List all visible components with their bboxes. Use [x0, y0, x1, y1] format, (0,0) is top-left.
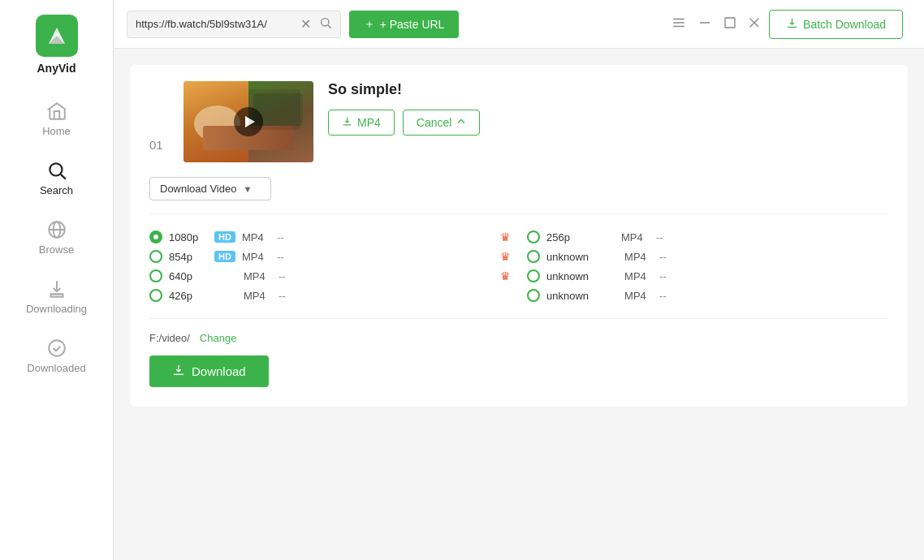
app-logo [36, 15, 78, 57]
menu-icon[interactable] [671, 15, 686, 33]
mp4-button[interactable]: MP4 [328, 110, 395, 136]
format-1080p: MP4 [242, 231, 270, 243]
sidebar-item-search[interactable]: Search [0, 149, 113, 208]
quality-left-col: 1080p HD MP4 -- ♛ 854p HD MP4 -- [149, 227, 511, 305]
crown-icon-1080p: ♛ [500, 230, 511, 243]
quality-label-unknown1: unknown [546, 251, 589, 263]
radio-unknown1[interactable] [527, 250, 540, 263]
quality-row-256p[interactable]: 256p MP4 -- [527, 227, 888, 247]
quality-label-unknown2: unknown [546, 270, 589, 282]
radio-256p[interactable] [527, 230, 540, 243]
format-unknown1: MP4 [624, 251, 653, 263]
logo-area: AnyVid [0, 0, 113, 89]
sidebar-item-search-label: Search [40, 184, 73, 196]
home-icon [46, 101, 67, 122]
url-search-icon [319, 16, 332, 32]
app-name: AnyVid [37, 62, 76, 75]
video-title: So simple! [328, 81, 888, 98]
size-unknown3: -- [659, 290, 676, 302]
video-info: So simple! MP4 Cance [328, 81, 888, 136]
sidebar-item-downloading[interactable]: Downloading [0, 267, 113, 326]
size-unknown1: -- [659, 251, 676, 263]
change-path-link[interactable]: Change [200, 332, 237, 344]
crown-icon-640p: ♛ [500, 269, 511, 282]
hd-badge-854p: HD [214, 251, 235, 262]
svg-point-2 [50, 163, 62, 175]
url-clear-button[interactable]: ✕ [299, 18, 313, 31]
action-buttons: MP4 Cancel [328, 110, 888, 136]
quality-label-854p: 854p [169, 251, 208, 263]
sidebar-item-browse-label: Browse [39, 243, 74, 256]
download-dropdown: Download Video ▼ [149, 177, 888, 200]
radio-unknown2[interactable] [527, 269, 540, 282]
video-card: 01 So simple! [130, 65, 908, 407]
quality-row-unknown3[interactable]: unknown MP4 -- [527, 286, 888, 305]
quality-row-unknown1[interactable]: unknown MP4 -- [527, 247, 888, 266]
crown-icon-854p: ♛ [500, 250, 511, 263]
quality-label-1080p: 1080p [169, 231, 208, 243]
format-426p: MP4 [244, 290, 272, 302]
main-content: ✕ ＋ + Paste URL [114, 0, 924, 560]
batch-download-button[interactable]: Batch Download [769, 10, 903, 39]
quality-right-col: 256p MP4 -- unknown MP4 -- [527, 227, 888, 305]
size-unknown2: -- [659, 270, 676, 282]
svg-rect-15 [725, 18, 735, 28]
radio-640p[interactable] [149, 269, 162, 282]
divider-2 [149, 318, 888, 319]
search-icon [46, 160, 67, 181]
radio-854p[interactable] [149, 250, 162, 263]
radio-1080p[interactable] [149, 230, 162, 243]
quality-label-unknown3: unknown [546, 290, 589, 302]
svg-point-8 [49, 340, 65, 356]
quality-label-426p: 426p [169, 290, 208, 302]
quality-row-1080p[interactable]: 1080p HD MP4 -- ♛ [149, 227, 511, 247]
dropdown-arrow-icon: ▼ [243, 184, 252, 194]
mp4-label: MP4 [357, 116, 381, 129]
minimize-icon[interactable] [697, 15, 712, 33]
batch-download-icon [786, 17, 798, 32]
sidebar-item-home[interactable]: Home [0, 89, 113, 149]
sidebar-item-home-label: Home [42, 125, 71, 137]
download-btn-label: Download [192, 364, 246, 378]
download-small-icon [342, 116, 352, 129]
sidebar-item-downloaded[interactable]: Downloaded [0, 326, 113, 386]
svg-point-9 [321, 18, 328, 25]
sidebar-item-downloading-label: Downloading [26, 303, 87, 315]
paste-url-label: + Paste URL [380, 18, 445, 31]
video-number: 01 [149, 81, 169, 152]
size-256p: -- [656, 231, 672, 243]
cancel-button[interactable]: Cancel [403, 110, 481, 136]
format-256p: MP4 [621, 231, 650, 243]
download-video-select[interactable]: Download Video ▼ [149, 177, 271, 200]
downloaded-icon [46, 338, 67, 359]
download-btn-icon [172, 364, 185, 379]
save-path-text: F:/video/ [149, 332, 190, 344]
radio-426p[interactable] [149, 289, 162, 302]
quality-row-unknown2[interactable]: unknown MP4 -- [527, 266, 888, 286]
batch-download-label: Batch Download [803, 18, 886, 31]
video-card-header: 01 So simple! [149, 81, 888, 162]
quality-row-426p[interactable]: 426p MP4 -- [149, 286, 511, 305]
save-path-row: F:/video/ Change [149, 332, 888, 344]
svg-line-3 [60, 174, 65, 179]
play-button[interactable] [234, 107, 263, 136]
download-video-label: Download Video [160, 183, 236, 195]
content-area: 01 So simple! [114, 49, 924, 560]
close-icon[interactable] [748, 16, 761, 32]
downloading-icon [46, 278, 67, 299]
paste-url-button[interactable]: ＋ + Paste URL [349, 11, 460, 38]
radio-unknown3[interactable] [527, 289, 540, 302]
topbar-controls [671, 15, 761, 33]
url-input[interactable] [136, 18, 292, 30]
quality-row-854p[interactable]: 854p HD MP4 -- ♛ [149, 247, 511, 266]
hd-badge-1080p: HD [214, 231, 235, 243]
sidebar-item-browse[interactable]: Browse [0, 208, 113, 267]
format-854p: MP4 [242, 251, 270, 263]
chevron-up-icon [456, 116, 466, 129]
sidebar: AnyVid Home Search Brow [0, 0, 114, 560]
svg-rect-7 [50, 295, 63, 297]
paste-url-plus-icon: ＋ [364, 17, 375, 32]
maximize-icon[interactable] [723, 16, 736, 32]
quality-row-640p[interactable]: 640p MP4 -- ♛ [149, 266, 511, 286]
download-button[interactable]: Download [149, 355, 269, 387]
